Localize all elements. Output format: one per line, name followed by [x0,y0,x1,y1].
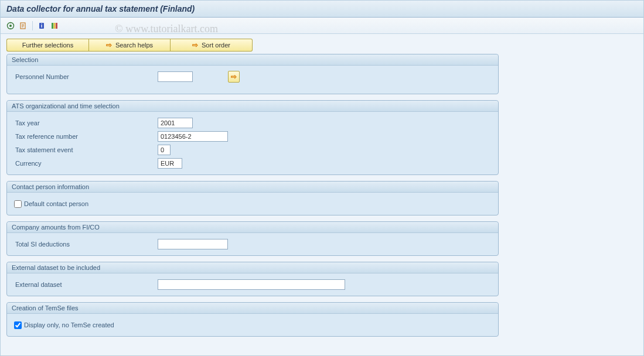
execute-icon[interactable] [5,20,16,31]
further-selections-label: Further selections [22,42,73,49]
display-only-checkbox[interactable] [14,321,22,329]
info-icon[interactable]: i [36,20,47,31]
section-header: Creation of TemSe files [7,303,498,314]
default-contact-label: Default contact person [24,200,88,207]
main-content: Further selections ⇨ Search helps ⇨ Sort… [1,34,643,355]
tax-year-input[interactable] [158,118,193,128]
svg-text:i: i [41,23,43,29]
application-toolbar: i [1,18,643,34]
section-company: Company amounts from FI/CO Total SI dedu… [6,221,499,256]
arrow-right-icon: ⇨ [192,41,198,49]
external-dataset-label: External dataset [14,281,158,288]
section-external: External dataset to be included External… [6,262,499,296]
selection-button-row: Further selections ⇨ Search helps ⇨ Sort… [6,39,638,52]
arrow-right-icon: ⇨ [231,73,237,81]
section-temse: Creation of TemSe files Display only, no… [6,302,499,337]
section-header: ATS organizational and time selection [7,101,498,112]
section-header: External dataset to be included [7,262,498,273]
section-selection: Selection Personnel Number ⇨ [6,54,499,94]
personnel-number-label: Personnel Number [14,73,158,80]
tax-event-label: Tax statement event [14,146,158,153]
currency-input[interactable] [158,158,182,169]
currency-label: Currency [14,160,158,167]
tax-ref-label: Tax reference number [14,133,158,140]
section-ats: ATS organizational and time selection Ta… [6,100,499,175]
svg-rect-7 [52,23,53,29]
total-si-input[interactable] [158,239,228,249]
section-contact: Contact person information Default conta… [6,181,499,215]
further-selections-button[interactable]: Further selections [6,39,88,52]
personnel-number-input[interactable] [158,71,193,82]
svg-rect-8 [54,23,56,29]
multiple-selection-button[interactable]: ⇨ [228,71,240,83]
sort-order-label: Sort order [202,42,230,49]
tax-ref-input[interactable] [158,131,228,142]
variant-get-icon[interactable] [18,20,29,31]
search-helps-button[interactable]: ⇨ Search helps [88,39,171,52]
default-contact-checkbox[interactable] [14,200,22,208]
tax-year-label: Tax year [14,119,158,126]
svg-point-1 [9,25,12,27]
sort-order-button[interactable]: ⇨ Sort order [171,39,253,52]
svg-rect-9 [56,23,57,29]
section-header: Contact person information [7,182,498,193]
tax-event-input[interactable] [158,145,171,155]
page-title: Data collector for annual tax statement … [1,1,643,18]
search-helps-label: Search helps [115,42,153,49]
display-only-label: Display only, no TemSe created [24,321,114,328]
arrow-right-icon: ⇨ [106,41,112,49]
total-si-label: Total SI deductions [14,241,158,248]
toolbar-separator [32,21,33,30]
layout-icon[interactable] [49,20,60,31]
section-header: Company amounts from FI/CO [7,222,498,233]
section-header: Selection [7,54,498,66]
external-dataset-input[interactable] [158,279,345,290]
